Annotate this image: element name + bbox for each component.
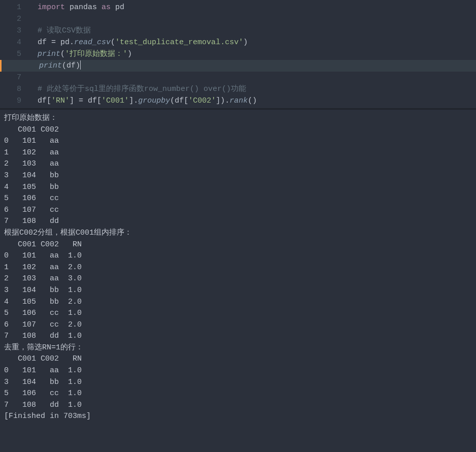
output-table-header: C001 C002 RN (4, 239, 472, 251)
output-section-title: 根据C002分组，根据C001组内排序： (4, 228, 472, 239)
output-table-row: 4 105 bb 2.0 (4, 297, 472, 308)
output-finished: [Finished in 703ms] (4, 411, 472, 423)
token: ( (170, 96, 175, 105)
output-table-header: C001 C002 (4, 124, 472, 136)
line-number: 2 (0, 13, 21, 25)
line-number: 9 (0, 95, 21, 107)
token: df (66, 61, 76, 70)
token: 'C001' (101, 96, 129, 105)
line-number: 4 (0, 37, 21, 48)
token: 'test_duplicate_removal.csv' (115, 38, 243, 47)
token: pd (115, 3, 124, 12)
token: ) (243, 38, 248, 47)
token: = (79, 96, 88, 105)
token: ( (62, 61, 66, 70)
token: pd (60, 38, 70, 47)
line-number: 10 (0, 107, 21, 108)
token: ) (76, 61, 80, 70)
line-number: 7 (0, 72, 21, 83)
token: [ (184, 96, 188, 105)
token: read_csv (74, 38, 111, 47)
token: . (70, 38, 74, 47)
line-number: 3 (0, 25, 21, 37)
code-editor[interactable]: 12345678910 import pandas as pd# 读取CSV数据… (0, 0, 476, 108)
token: . (225, 96, 229, 105)
output-table-row: 0 101 aa 1.0 (4, 365, 472, 377)
output-table-row: 5 106 cc 1.0 (4, 308, 472, 319)
code-area[interactable]: import pandas as pd# 读取CSV数据df = pd.read… (38, 2, 257, 108)
token: pandas (70, 3, 101, 12)
output-section-title: 打印原始数据： (4, 113, 472, 124)
token: df (88, 96, 97, 105)
output-table-row: 1 102 aa 2.0 (4, 262, 472, 274)
token: . (133, 96, 138, 105)
code-line[interactable]: # 读取CSV数据 (38, 25, 257, 37)
output-table-row: 5 106 cc 1.0 (4, 388, 472, 400)
code-line[interactable]: df = pd.read_csv('test_duplicate_removal… (38, 37, 257, 48)
token: [ (47, 96, 51, 105)
output-table-row: 2 103 aa (4, 158, 472, 170)
token: # 此处等价于sql里的排序函数row_number() over()功能 (38, 85, 246, 93)
token: ( (60, 50, 65, 58)
text-cursor (80, 60, 81, 70)
token: [ (97, 96, 101, 105)
output-table-row: 3 104 bb 1.0 (4, 377, 472, 389)
output-table-row: 6 107 cc 2.0 (4, 319, 472, 331)
output-table-row: 6 107 cc (4, 205, 472, 216)
output-table-row: 2 103 aa 3.0 (4, 273, 472, 285)
output-table-row: 5 106 cc (4, 193, 472, 205)
output-section-title: 去重，筛选RN=1的行： (4, 342, 472, 354)
output-table-row: 3 104 bb (4, 170, 472, 182)
line-number: 8 (0, 83, 21, 95)
output-table-row: 7 108 dd 1.0 (4, 331, 472, 342)
token: = (51, 38, 60, 47)
line-number: 1 (0, 2, 21, 13)
token: print (39, 61, 62, 70)
code-line[interactable]: # 此处等价于sql里的排序函数row_number() over()功能 (38, 83, 257, 95)
code-line[interactable]: print(df) (0, 60, 476, 72)
token: df (38, 38, 51, 47)
output-table-row: 3 104 bb 1.0 (4, 285, 472, 297)
code-line[interactable]: print() (38, 107, 257, 108)
token: '打印原始数据：' (65, 50, 127, 58)
token: ) (127, 50, 132, 58)
line-number: 5 (0, 48, 21, 60)
code-line[interactable] (38, 13, 257, 25)
code-line[interactable]: import pandas as pd (38, 2, 257, 13)
token: print (38, 50, 60, 58)
token: ]) (216, 96, 225, 105)
output-table-row: 1 102 aa (4, 147, 472, 159)
token: ] (129, 96, 133, 105)
line-number-gutter: 12345678910 (0, 0, 27, 108)
output-table-row: 4 105 bb (4, 182, 472, 193)
output-panel[interactable]: 打印原始数据： C001 C0020 101 aa1 102 aa2 103 a… (0, 110, 476, 426)
token: () (248, 96, 257, 105)
code-line[interactable]: df['RN'] = df['C001'].groupby(df['C002']… (38, 95, 257, 107)
token: 'C002' (188, 96, 216, 105)
token: df (175, 96, 184, 105)
token: as (101, 3, 115, 12)
token: ( (111, 38, 115, 47)
token: 'RN' (51, 96, 70, 105)
output-table-row: 7 108 dd 1.0 (4, 400, 472, 411)
token: rank (229, 96, 248, 105)
code-line[interactable] (38, 72, 257, 83)
token: df (38, 96, 47, 105)
output-table-row: 7 108 dd (4, 216, 472, 228)
output-table-row: 0 101 aa 1.0 (4, 250, 472, 262)
output-table-row: 0 101 aa (4, 136, 472, 147)
token: # 读取CSV数据 (38, 26, 91, 35)
token: ] (70, 96, 79, 105)
token: import (38, 3, 70, 12)
output-table-header: C001 C002 RN (4, 353, 472, 365)
token: groupby (138, 96, 170, 105)
code-line[interactable]: print('打印原始数据：') (38, 48, 257, 60)
